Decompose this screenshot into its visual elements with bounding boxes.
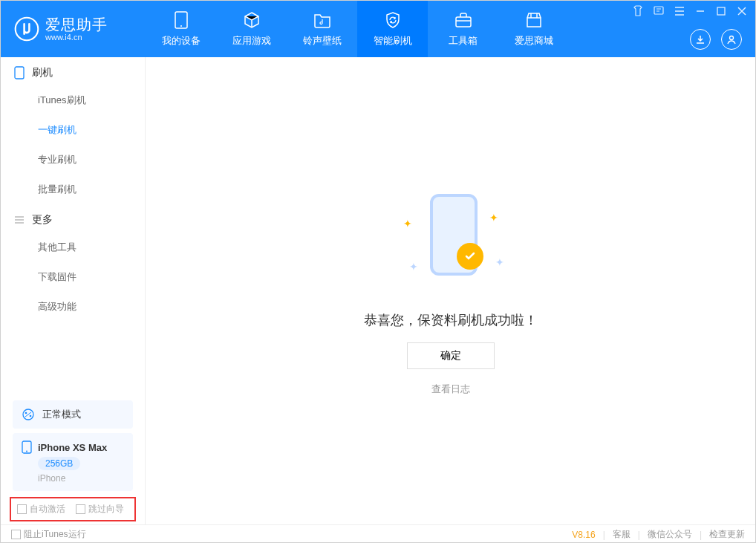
tab-label: 工具箱 bbox=[449, 34, 478, 48]
sparkle-icon: ✦ bbox=[489, 212, 497, 219]
phone-icon bbox=[14, 66, 25, 79]
device-icon bbox=[172, 10, 191, 30]
tab-label: 铃声壁纸 bbox=[303, 34, 342, 48]
device-name-text: iPhone XS Max bbox=[38, 442, 107, 453]
tab-label: 爱思商城 bbox=[515, 34, 553, 48]
store-icon bbox=[524, 10, 544, 30]
checkbox-icon bbox=[11, 530, 21, 539]
tab-my-device[interactable]: 我的设备 bbox=[146, 1, 216, 57]
sparkle-icon: ✦ bbox=[403, 218, 411, 225]
check-update-link[interactable]: 检查更新 bbox=[709, 528, 745, 541]
view-log-link[interactable]: 查看日志 bbox=[431, 383, 470, 396]
close-icon[interactable] bbox=[736, 5, 748, 17]
check-badge-icon bbox=[457, 243, 483, 270]
checkbox-highlight-row: 自动激活 跳过向导 bbox=[10, 497, 136, 521]
checkbox-block-itunes[interactable]: 阻止iTunes运行 bbox=[11, 528, 86, 541]
sparkle-icon: ✦ bbox=[409, 261, 417, 268]
device-info-box[interactable]: iPhone XS Max 256GB iPhone bbox=[13, 433, 133, 491]
menu-icon[interactable] bbox=[674, 5, 685, 17]
device-phone-icon bbox=[22, 440, 32, 454]
section-title-text: 更多 bbox=[32, 213, 53, 227]
tab-apps[interactable]: 应用游戏 bbox=[216, 1, 287, 57]
sparkle-icon: ✦ bbox=[495, 256, 503, 264]
checkbox-label: 自动激活 bbox=[30, 504, 65, 514]
app-title: 爱思助手 bbox=[45, 16, 108, 33]
sidebar-section-flash: 刷机 bbox=[1, 57, 145, 85]
cube-icon bbox=[242, 10, 261, 30]
feedback-icon[interactable] bbox=[653, 5, 665, 17]
maximize-icon[interactable] bbox=[715, 5, 727, 17]
tshirt-icon[interactable] bbox=[632, 5, 644, 17]
mode-label: 正常模式 bbox=[42, 408, 81, 421]
sidebar-item-pro-flash[interactable]: 专业刷机 bbox=[1, 145, 145, 175]
svg-rect-7 bbox=[15, 67, 24, 79]
app-header: 爱思助手 www.i4.cn 我的设备 应用游戏 铃声壁纸 智能刷机 工具箱 爱… bbox=[1, 1, 755, 57]
window-controls bbox=[632, 5, 748, 17]
app-logo-icon bbox=[14, 16, 39, 42]
device-storage: 256GB bbox=[38, 457, 80, 470]
sidebar-item-itunes-flash[interactable]: iTunes刷机 bbox=[1, 85, 145, 115]
success-illustration: ✦ ✦ ✦ ✦ bbox=[377, 186, 525, 290]
support-link[interactable]: 客服 bbox=[613, 528, 630, 541]
svg-point-12 bbox=[26, 451, 27, 452]
minimize-icon[interactable] bbox=[694, 5, 706, 17]
tab-label: 智能刷机 bbox=[374, 34, 412, 48]
checkbox-label: 阻止iTunes运行 bbox=[24, 529, 86, 539]
sidebar-section-more: 更多 bbox=[1, 204, 145, 233]
svg-point-0 bbox=[16, 18, 39, 41]
success-message: 恭喜您，保资料刷机成功啦！ bbox=[364, 311, 538, 329]
svg-point-9 bbox=[25, 412, 27, 414]
sidebar-item-batch-flash[interactable]: 批量刷机 bbox=[1, 175, 145, 204]
toolbox-icon bbox=[454, 10, 473, 30]
tab-smart-flash[interactable]: 智能刷机 bbox=[357, 1, 428, 57]
sidebar-item-other-tools[interactable]: 其他工具 bbox=[1, 233, 145, 262]
sidebar-item-advanced[interactable]: 高级功能 bbox=[1, 292, 145, 322]
version-label: V8.16 bbox=[572, 530, 595, 540]
ok-button[interactable]: 确定 bbox=[407, 342, 495, 369]
wechat-link[interactable]: 微信公众号 bbox=[648, 528, 692, 541]
svg-point-10 bbox=[30, 415, 32, 417]
section-title-text: 刷机 bbox=[32, 66, 53, 79]
svg-point-2 bbox=[180, 25, 182, 27]
music-folder-icon bbox=[313, 10, 332, 30]
svg-rect-3 bbox=[456, 17, 471, 27]
shield-refresh-icon bbox=[383, 10, 403, 30]
svg-rect-5 bbox=[717, 7, 725, 15]
divider: | bbox=[603, 530, 605, 540]
divider: | bbox=[638, 530, 640, 540]
tab-label: 应用游戏 bbox=[232, 34, 271, 48]
checkbox-icon bbox=[76, 504, 85, 514]
tab-label: 我的设备 bbox=[162, 34, 201, 48]
mode-icon bbox=[22, 408, 35, 421]
logo-area: 爱思助手 www.i4.cn bbox=[1, 1, 146, 57]
status-bar: 阻止iTunes运行 V8.16 | 客服 | 微信公众号 | 检查更新 bbox=[1, 524, 755, 543]
svg-rect-4 bbox=[654, 7, 663, 14]
app-subtitle: www.i4.cn bbox=[45, 33, 108, 42]
tab-toolbox[interactable]: 工具箱 bbox=[428, 1, 498, 57]
checkbox-auto-activate[interactable]: 自动激活 bbox=[17, 503, 65, 516]
main-tabs: 我的设备 应用游戏 铃声壁纸 智能刷机 工具箱 爱思商城 bbox=[146, 1, 569, 57]
download-button[interactable] bbox=[690, 29, 711, 50]
divider: | bbox=[700, 530, 702, 540]
checkbox-icon bbox=[17, 504, 27, 514]
device-type: iPhone bbox=[38, 473, 65, 484]
sidebar-item-download-firmware[interactable]: 下载固件 bbox=[1, 262, 145, 292]
header-right-buttons bbox=[690, 29, 742, 50]
tab-ringtone[interactable]: 铃声壁纸 bbox=[287, 1, 357, 57]
sidebar-item-onekey-flash[interactable]: 一键刷机 bbox=[1, 115, 145, 145]
more-icon bbox=[14, 215, 25, 225]
main-content: ✦ ✦ ✦ ✦ 恭喜您，保资料刷机成功啦！ 确定 查看日志 bbox=[146, 57, 755, 524]
device-mode-box[interactable]: 正常模式 bbox=[13, 400, 133, 429]
checkbox-skip-guide[interactable]: 跳过向导 bbox=[76, 503, 124, 516]
checkbox-label: 跳过向导 bbox=[88, 504, 124, 514]
sidebar: 刷机 iTunes刷机 一键刷机 专业刷机 批量刷机 更多 其他工具 下载固件 … bbox=[1, 57, 146, 524]
user-button[interactable] bbox=[721, 29, 742, 50]
svg-point-6 bbox=[730, 36, 734, 40]
tab-store[interactable]: 爱思商城 bbox=[498, 1, 569, 57]
